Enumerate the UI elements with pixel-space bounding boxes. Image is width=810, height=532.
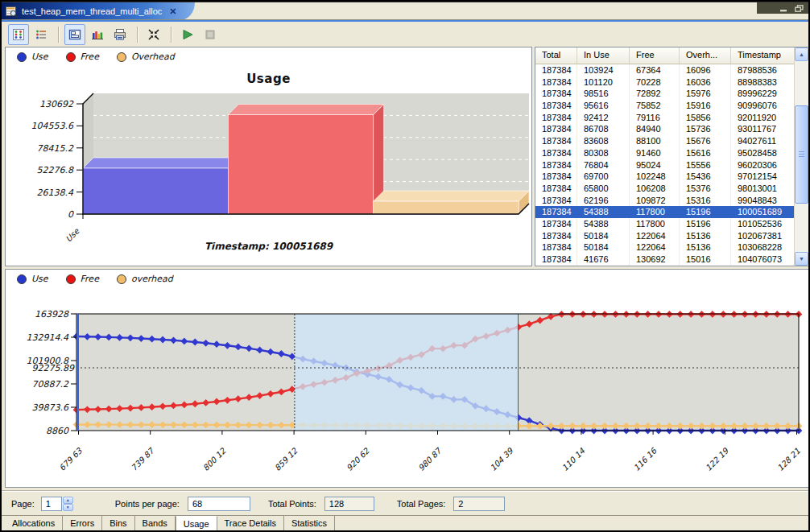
- points-per-page-input[interactable]: 68: [188, 497, 250, 511]
- column-header-free[interactable]: Free: [630, 47, 680, 64]
- minimize-icon[interactable]: [779, 5, 788, 12]
- run-button[interactable]: [177, 24, 198, 45]
- scroll-down-icon[interactable]: ▼: [795, 252, 808, 266]
- table-cell: 15196: [680, 218, 731, 230]
- table-scrollbar[interactable]: ▲ ▼: [794, 47, 808, 266]
- table-cell: 95616: [577, 100, 630, 112]
- bottom-tab-trace-details[interactable]: Trace Details: [217, 516, 284, 531]
- table-row[interactable]: 1873845018412206415136103068228: [535, 241, 795, 254]
- bar-top-Overhead: [374, 191, 529, 201]
- bottom-tab-errors[interactable]: Errors: [63, 516, 102, 531]
- table-cell: 16096: [680, 64, 731, 76]
- bottom-tab-bins[interactable]: Bins: [102, 516, 134, 531]
- x-tick-label: 104 39: [489, 445, 516, 472]
- list-icon: [35, 28, 48, 41]
- table-cell: 15916: [680, 100, 731, 112]
- table-cell: 15016: [680, 254, 731, 266]
- table-cell: 95028458: [731, 147, 795, 159]
- table-row[interactable]: 1873844167613069215016104076073: [535, 254, 795, 266]
- legend-item-use: Use: [17, 274, 48, 284]
- bottom-tab-statistics[interactable]: Statistics: [284, 516, 335, 531]
- table-cell: 94027611: [731, 135, 795, 147]
- table-row[interactable]: 187384101120702281603688988383: [535, 76, 795, 89]
- legend-label: Free: [81, 274, 99, 284]
- table-cell: 41676: [577, 254, 630, 266]
- page-label: Page:: [11, 499, 35, 509]
- table-cell: 122064: [630, 241, 680, 254]
- column-header-total[interactable]: Total: [535, 47, 577, 64]
- page-input[interactable]: 1: [41, 497, 62, 511]
- bar-chart-button[interactable]: [87, 24, 108, 45]
- points-per-page-label: Points per page:: [115, 499, 180, 509]
- table-cell: 69700: [577, 171, 630, 183]
- table-cell: 76804: [577, 159, 630, 171]
- x-tick-label: 859 12: [273, 446, 300, 472]
- table-cell: 98013001: [731, 183, 795, 195]
- column-header-in-use[interactable]: In Use: [577, 47, 630, 64]
- table-row[interactable]: 18738483608881001567694027611: [535, 135, 795, 147]
- print-button[interactable]: [110, 24, 130, 45]
- table-cell: 187384: [535, 123, 577, 135]
- table-row[interactable]: 18738498516728921597689996229: [535, 88, 795, 100]
- column-header-timestamp[interactable]: Timestamp: [731, 47, 795, 64]
- table-cell: 187384: [535, 241, 577, 254]
- table-row[interactable]: 18738492412791161585692011920: [535, 112, 795, 124]
- table-cell: 96020306: [731, 159, 795, 171]
- usage-bar-chart[interactable]: 026138.452276.878415.2104553.6130692Use: [6, 47, 531, 266]
- table-cell: 187384: [535, 64, 577, 76]
- table-row[interactable]: 187384658001062081537698013001: [535, 183, 795, 195]
- table-row[interactable]: 187384697001022481543697012154: [535, 171, 795, 183]
- table-row[interactable]: 187384103924673641609687988536: [535, 64, 795, 76]
- table-row[interactable]: 18738495616758521591690996076: [535, 100, 795, 112]
- x-tick-label: 128 21: [775, 447, 802, 473]
- toolbar-separator: [58, 27, 60, 43]
- table-row[interactable]: 1873845018412206415136102067381: [535, 230, 795, 242]
- table-row[interactable]: 18738486708849401573693011767: [535, 123, 795, 135]
- legend-item-free: Free: [66, 52, 99, 62]
- view-list-button[interactable]: [31, 24, 52, 45]
- spinner-down-icon[interactable]: ▼: [63, 504, 73, 511]
- table-row[interactable]: 1873845438811780015196101052536: [535, 218, 795, 230]
- spinner-up-icon[interactable]: ▲: [63, 497, 73, 504]
- profiler-tab-icon: [6, 6, 18, 18]
- view-tab[interactable]: test_heap_mem_thread_multi_alloc ✕: [2, 2, 195, 20]
- stop-button[interactable]: [200, 24, 221, 45]
- table-cell: 102067381: [731, 230, 795, 242]
- table-cell: 15376: [680, 183, 731, 195]
- table-row[interactable]: 187384621961098721531699048843: [535, 195, 795, 207]
- bottom-tab-bands[interactable]: Bands: [135, 516, 176, 531]
- table-row[interactable]: 18738480308914601561695028458: [535, 147, 795, 159]
- table-cell: 187384: [535, 100, 577, 112]
- bottom-tab-usage[interactable]: Usage: [176, 516, 217, 531]
- fit-to-window-button[interactable]: [143, 24, 164, 45]
- y-tick-label: 52276.8: [37, 165, 74, 175]
- table-cell: 92011920: [731, 112, 795, 124]
- y-tick-label: 163928: [35, 309, 69, 320]
- table-row[interactable]: 18738476804950241555696020306: [535, 159, 795, 171]
- view-detail-button[interactable]: [8, 24, 29, 45]
- legend-item-overhead: overhead: [117, 274, 173, 284]
- page-spinner[interactable]: ▲ ▼: [63, 497, 73, 511]
- table-cell: 99048843: [731, 195, 795, 207]
- fit-arrows-icon: [147, 28, 160, 41]
- bottom-tab-allocations[interactable]: Allocations: [5, 516, 63, 531]
- restore-icon[interactable]: [795, 5, 804, 12]
- x-tick-label: 980 87: [416, 445, 444, 472]
- bar-top-Free: [228, 105, 383, 115]
- table-row-selected[interactable]: 1873845438811780015196100051689: [535, 206, 795, 218]
- close-tab-icon[interactable]: ✕: [169, 6, 176, 17]
- table-cell: 187384: [535, 218, 577, 230]
- trend-line-chart[interactable]: 886039873.670887.2101900.8132914.4163928…: [6, 270, 808, 487]
- scrollbar-thumb[interactable]: [795, 105, 808, 204]
- table-cell: 80308: [577, 147, 630, 159]
- show-overview-button[interactable]: [64, 24, 85, 45]
- threshold-label: 92275.89: [32, 363, 75, 373]
- x-tick-label: 739 87: [130, 445, 157, 472]
- scroll-up-icon[interactable]: ▲: [795, 47, 808, 61]
- column-header-overh-[interactable]: Overh...: [680, 47, 731, 64]
- table-cell: 15736: [680, 123, 731, 135]
- usage-legend: Use Free Overhead: [17, 52, 175, 62]
- table-cell: 97012154: [731, 171, 795, 183]
- table-cell: 187384: [535, 230, 577, 242]
- bar-Use: [83, 168, 228, 214]
